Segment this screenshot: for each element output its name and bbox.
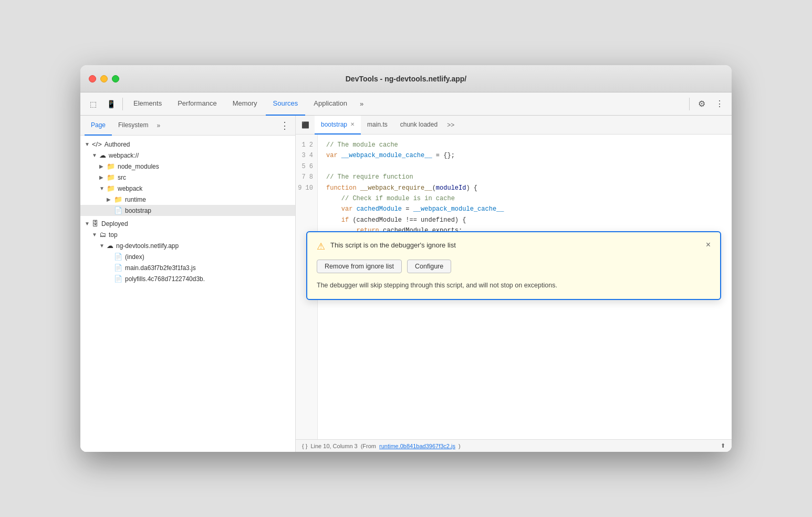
tree-arrow: ▼ xyxy=(85,141,92,147)
left-panel: Page Filesystem » ⋮ ▼ </> Authored ▼ xyxy=(80,116,296,452)
main-content: Page Filesystem » ⋮ ▼ </> Authored ▼ xyxy=(80,116,732,452)
overlay-buttons: Remove from ignore list Configure xyxy=(317,260,711,273)
list-item[interactable]: ▶ 📁 src xyxy=(80,172,295,183)
warning-icon: ⚠ xyxy=(317,241,325,252)
folder-icon: 📁 xyxy=(107,173,115,181)
list-item[interactable]: ▶ 📁 node_modules xyxy=(80,161,295,172)
main-js-label: main.da63f7b2fe3f1fa3.js xyxy=(125,264,196,272)
devtools-window: DevTools - ng-devtools.netlify.app/ ⬚ 📱 … xyxy=(80,65,732,452)
file-icon: 📄 xyxy=(114,253,122,261)
authored-icon: </> xyxy=(92,140,102,148)
remove-from-ignore-list-button[interactable]: Remove from ignore list xyxy=(317,260,402,273)
index-label: (index) xyxy=(125,253,144,261)
tree-arrow xyxy=(107,208,114,213)
ng-devtools-label: ng-devtools.netlify.app xyxy=(116,242,179,250)
tab-bootstrap[interactable]: bootstrap ✕ xyxy=(315,116,361,135)
deployed-icon: 🗄 xyxy=(92,220,99,228)
list-item[interactable]: 📄 (index) xyxy=(80,251,295,262)
tab-performance[interactable]: Performance xyxy=(170,92,224,116)
editor-tab-more[interactable]: >> xyxy=(444,121,457,129)
tab-close-icon[interactable]: ✕ xyxy=(350,121,355,127)
tab-application[interactable]: Application xyxy=(306,92,355,116)
list-item[interactable]: ▼ 🗄 Deployed xyxy=(80,218,295,229)
cloud-icon: ☁ xyxy=(99,151,106,159)
top-label: top xyxy=(109,231,118,239)
configure-button[interactable]: Configure xyxy=(407,260,451,273)
editor-tabs: ⬛ bootstrap ✕ main.ts chunk loaded >> xyxy=(296,116,732,135)
tree-arrow xyxy=(107,254,114,260)
tree-arrow: ▶ xyxy=(99,163,107,169)
window-title: DevTools - ng-devtools.netlify.app/ xyxy=(346,75,467,83)
tree-arrow: ▼ xyxy=(92,232,99,237)
close-button[interactable] xyxy=(89,75,96,82)
overlay-description: The debugger will skip stepping through … xyxy=(317,281,711,291)
webpack-label: webpack:// xyxy=(109,152,139,159)
close-paren: ) xyxy=(459,443,461,449)
list-item[interactable]: ▶ 📁 runtime xyxy=(80,194,295,205)
tab-elements[interactable]: Elements xyxy=(126,92,169,116)
file-icon: 📄 xyxy=(114,264,122,272)
tab-page[interactable]: Page xyxy=(85,116,112,136)
folder-icon: 🗂 xyxy=(99,231,106,239)
bootstrap-label: bootstrap xyxy=(125,207,151,214)
left-tab-more[interactable]: » xyxy=(154,122,162,129)
list-item[interactable]: ▼ </> Authored xyxy=(80,139,295,150)
tab-separator xyxy=(122,98,123,110)
folder-icon: 📁 xyxy=(107,162,115,170)
settings-icon[interactable]: ⚙ xyxy=(694,96,710,112)
maximize-button[interactable] xyxy=(112,75,119,82)
device-icon[interactable]: 📱 xyxy=(102,96,119,112)
list-item[interactable]: ▼ 🗂 top xyxy=(80,229,295,240)
sidebar-toggle-icon[interactable]: ⬛ xyxy=(298,118,313,132)
file-tree: ▼ </> Authored ▼ ☁ webpack:// ▶ 📁 node_m… xyxy=(80,136,295,452)
minimize-button[interactable] xyxy=(100,75,108,82)
tree-arrow xyxy=(107,276,114,282)
more-options-icon[interactable]: ⋮ xyxy=(712,96,727,112)
file-icon: 📄 xyxy=(114,275,122,283)
overlay-header: ⚠ This script is on the debugger's ignor… xyxy=(317,241,711,252)
tree-arrow: ▼ xyxy=(85,221,92,226)
tab-bar: ⬚ 📱 Elements Performance Memory Sources … xyxy=(80,92,732,116)
from-label: (From xyxy=(361,443,376,449)
tree-arrow: ▼ xyxy=(92,152,99,158)
tree-arrow: ▶ xyxy=(99,174,107,180)
tab-main-ts[interactable]: main.ts xyxy=(361,116,394,135)
scroll-to-top-icon[interactable]: ⬆ xyxy=(721,442,725,449)
list-item[interactable]: ▼ ☁ webpack:// xyxy=(80,150,295,161)
list-item[interactable]: 📄 bootstrap xyxy=(80,205,295,216)
inspect-icon[interactable]: ⬚ xyxy=(85,96,101,112)
list-item[interactable]: 📄 main.da63f7b2fe3f1fa3.js xyxy=(80,262,295,273)
tree-arrow: ▼ xyxy=(99,243,107,249)
right-panel: ⬛ bootstrap ✕ main.ts chunk loaded >> 1 … xyxy=(296,116,732,452)
runtime-label: runtime xyxy=(125,196,146,203)
list-item[interactable]: ▼ ☁ ng-devtools.netlify.app xyxy=(80,240,295,251)
tab-memory[interactable]: Memory xyxy=(225,92,265,116)
overlay-close-button[interactable]: × xyxy=(706,241,711,249)
tab-chunk-loaded[interactable]: chunk loaded xyxy=(394,116,444,135)
tab-filesystem[interactable]: Filesystem xyxy=(112,116,154,136)
format-icon[interactable]: { } xyxy=(302,443,307,449)
tree-arrow: ▶ xyxy=(107,197,114,202)
cloud-icon: ☁ xyxy=(107,242,113,250)
traffic-lights xyxy=(89,75,119,82)
left-tabs: Page Filesystem » ⋮ xyxy=(80,116,295,136)
left-menu-button[interactable]: ⋮ xyxy=(278,119,291,132)
tab-more[interactable]: » xyxy=(356,92,368,116)
title-bar: DevTools - ng-devtools.netlify.app/ xyxy=(80,65,732,92)
tab-sources[interactable]: Sources xyxy=(266,92,306,116)
tree-arrow: ▼ xyxy=(99,185,107,191)
overlay-title: This script is on the debugger's ignore … xyxy=(330,241,456,250)
source-link[interactable]: runtime.0b841bad3967f3c2.js xyxy=(379,443,455,449)
tree-arrow xyxy=(107,265,114,271)
folder-icon: 📁 xyxy=(107,184,115,192)
list-item[interactable]: ▼ 📁 webpack xyxy=(80,183,295,194)
folder-icon: 📁 xyxy=(114,195,122,203)
src-label: src xyxy=(118,174,126,181)
deployed-label: Deployed xyxy=(101,220,128,228)
position-info: Line 10, Column 3 xyxy=(310,443,357,449)
file-icon: 📄 xyxy=(114,206,122,214)
authored-label: Authored xyxy=(105,141,130,148)
ignore-list-overlay: ⚠ This script is on the debugger's ignor… xyxy=(306,231,721,300)
list-item[interactable]: 📄 polyfills.4c768d7122740d3b. xyxy=(80,273,295,284)
tab-right-controls: ⚙ ⋮ xyxy=(687,96,727,112)
